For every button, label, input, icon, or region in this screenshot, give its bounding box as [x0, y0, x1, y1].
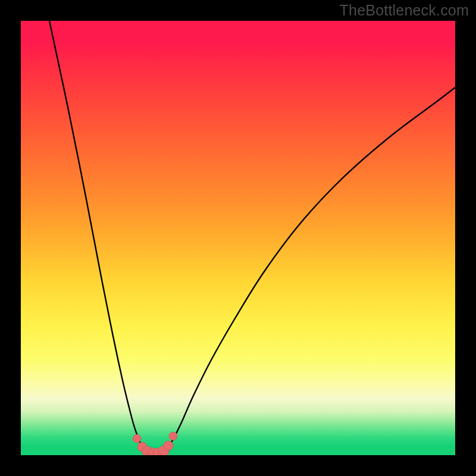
trough-markers	[133, 432, 177, 455]
chart-frame: TheBottleneck.com	[0, 0, 476, 476]
bottleneck-curve	[49, 21, 455, 454]
trough-marker	[169, 432, 177, 440]
trough-marker	[164, 441, 173, 450]
watermark-text: TheBottleneck.com	[340, 2, 469, 19]
trough-marker	[133, 434, 141, 443]
curve-layer	[21, 21, 455, 455]
plot-area	[21, 21, 455, 455]
